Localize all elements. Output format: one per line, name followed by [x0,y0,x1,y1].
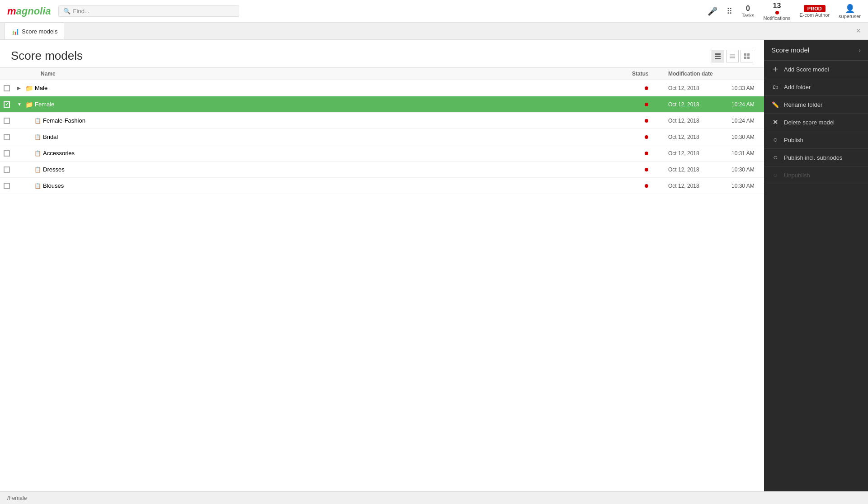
panel-chevron-icon[interactable]: › [859,47,861,54]
table-row[interactable]: 📋 Female-Fashion Oct 12, 2018 10:24 AM [0,113,764,129]
main-layout: Score models [0,40,868,504]
unpublish-label: Unpublish [784,172,810,179]
score-models-tab[interactable]: 📊 Score models [5,23,64,39]
row-name-label: Female [35,101,54,108]
rename-folder-icon: ✏️ [771,100,779,109]
publish-incl-subnodes-icon: ○ [771,153,779,162]
apps-grid-icon[interactable]: ⠿ [726,6,732,16]
content-area: Score models [0,40,764,504]
doc-icon: 📋 [34,134,41,140]
row-date-cell: Oct 12, 2018 [665,150,728,157]
row-checkbox-cell[interactable] [0,134,14,140]
header-modification-date: Modification date [665,71,728,77]
notifications-label: Notifications [764,15,791,21]
user-icon: 👤 [845,4,855,14]
row-time-cell: 10:31 AM [728,150,764,157]
panel-header: Score model › [764,40,868,61]
row-checkbox-cell[interactable] [0,183,14,189]
svg-rect-2 [715,58,721,59]
search-input[interactable] [73,8,234,14]
microphone-icon[interactable]: 🎤 [708,6,717,16]
view-controls [712,50,753,62]
publish-icon: ○ [771,136,779,144]
table-row[interactable]: 📋 Dresses Oct 12, 2018 10:30 AM [0,162,764,178]
row-checkbox[interactable] [4,134,10,140]
row-time-cell: 10:30 AM [728,166,764,173]
table-row[interactable]: 📋 Blouses Oct 12, 2018 10:30 AM [0,178,764,194]
list-view-button[interactable] [726,50,739,62]
notifications-nav-item[interactable]: 13 Notifications [764,2,791,21]
nav-right: 🎤 ⠿ 0 Tasks 13 Notifications PROD E-com … [708,2,861,21]
row-date-cell: Oct 12, 2018 [665,166,728,173]
grid-view-button[interactable] [741,50,753,62]
expand-arrow-icon[interactable]: ▼ [17,102,24,107]
doc-icon: 📋 [34,150,41,157]
table-row[interactable]: ▼ 📁 Female Oct 12, 2018 10:24 AM [0,96,764,113]
table-row[interactable]: ▶ 📁 Male Oct 12, 2018 10:33 AM [0,80,764,96]
row-name-label: Female-Fashion [43,117,85,124]
svg-rect-0 [715,53,721,55]
row-name-cell: 📋 Dresses [14,166,628,173]
row-date-cell: Oct 12, 2018 [665,134,728,140]
row-time-cell: 10:33 AM [728,85,764,91]
row-checkbox-cell[interactable] [0,85,14,91]
doc-icon: 📋 [34,183,41,189]
row-name-cell: ▼ 📁 Female [14,101,628,108]
close-tab-button[interactable]: × [849,26,868,36]
row-date-cell: Oct 12, 2018 [665,183,728,189]
row-name-cell: 📋 Accessories [14,150,628,157]
svg-rect-8 [744,57,746,59]
action-item-publish-incl-subnodes[interactable]: ○ Publish incl. subnodes [764,149,868,166]
status-dot [645,119,648,123]
row-checkbox-cell[interactable] [0,118,14,124]
username-label: superuser [839,14,861,19]
table-row[interactable]: 📋 Accessories Oct 12, 2018 10:31 AM [0,145,764,162]
tab-chart-icon: 📊 [11,28,19,35]
row-name-label: Dresses [43,166,65,173]
row-status-cell [628,152,665,155]
current-path: /Female [7,495,27,501]
row-status-cell [628,86,665,90]
row-status-cell [628,103,665,106]
tree-view-icon [715,53,721,59]
grid-view-icon [744,53,750,59]
action-item-add-folder[interactable]: 🗂 Add folder [764,78,868,96]
row-checkbox[interactable] [4,85,10,91]
tree-view-button[interactable] [712,50,724,62]
action-item-publish[interactable]: ○ Publish [764,131,868,149]
delete-score-model-label: Delete score model [784,119,835,126]
delete-score-model-icon: ✕ [771,118,779,126]
row-name-cell: 📋 Bridal [14,133,628,140]
svg-rect-7 [747,53,750,56]
action-item-add-score-model[interactable]: + Add Score model [764,61,868,78]
row-status-cell [628,184,665,188]
header-checkbox-col [0,71,14,77]
row-checkbox-cell[interactable] [0,101,14,108]
search-bar[interactable]: 🔍 [58,5,239,17]
page-title: Score models [11,49,83,63]
action-item-rename-folder[interactable]: ✏️ Rename folder [764,96,868,114]
tasks-nav-item[interactable]: 0 Tasks [741,5,754,18]
row-checkbox-cell[interactable] [0,166,14,173]
row-name-label: Blouses [43,182,64,189]
table-row[interactable]: 📋 Bridal Oct 12, 2018 10:30 AM [0,129,764,145]
expand-arrow-icon[interactable]: ▶ [17,86,24,90]
status-dot [645,152,648,155]
row-time-cell: 10:24 AM [728,118,764,124]
row-checkbox-cell[interactable] [0,150,14,157]
add-folder-label: Add folder [784,84,811,90]
row-name-cell: ▶ 📁 Male [14,85,628,92]
row-checkbox[interactable] [4,183,10,189]
action-item-delete-score-model[interactable]: ✕ Delete score model [764,114,868,131]
add-folder-icon: 🗂 [771,83,779,91]
row-checkbox[interactable] [4,150,10,157]
status-dot [645,135,648,139]
row-checkbox[interactable] [4,118,10,124]
row-checkbox[interactable] [4,166,10,173]
status-dot [645,184,648,188]
environment-selector[interactable]: PROD E-com Author [799,5,830,18]
row-status-cell [628,168,665,171]
logo: magnolia [7,5,51,17]
row-checkbox[interactable] [4,101,10,108]
user-menu[interactable]: 👤 superuser [839,4,861,19]
